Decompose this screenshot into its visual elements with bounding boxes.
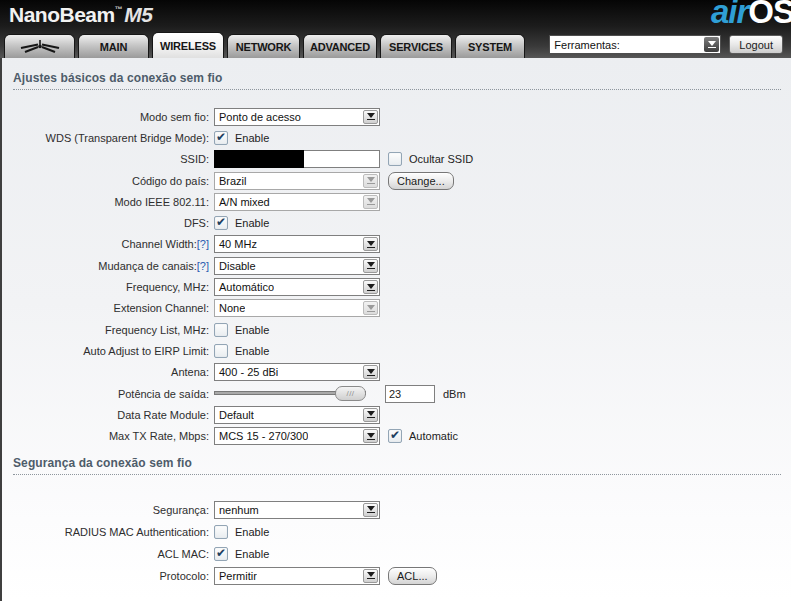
slider-handle[interactable] bbox=[335, 386, 366, 401]
frequency-label: Frequency, MHz: bbox=[13, 281, 214, 293]
country-code-label: Código do país: bbox=[13, 175, 214, 187]
row-channel-shifting: Mudança de canais:[?] Disable bbox=[13, 255, 781, 276]
tab-advanced[interactable]: ADVANCED bbox=[303, 34, 377, 58]
antenna-label: Antena: bbox=[13, 366, 214, 378]
security-mode-select[interactable]: nenhum bbox=[214, 501, 380, 519]
extension-channel-select: None bbox=[214, 299, 380, 317]
output-power-input[interactable] bbox=[385, 385, 435, 403]
wds-label: WDS (Transparent Bridge Mode): bbox=[13, 132, 214, 144]
channel-shifting-value: Disable bbox=[215, 260, 256, 272]
tab-services[interactable]: SERVICES bbox=[380, 34, 452, 58]
tab-network[interactable]: NETWORK bbox=[227, 34, 300, 58]
tab-label: NETWORK bbox=[236, 41, 291, 53]
channel-shifting-label: Mudança de canais:[?] bbox=[13, 260, 214, 272]
ubiquiti-logo-icon bbox=[19, 39, 61, 54]
channel-shifting-select[interactable]: Disable bbox=[214, 257, 380, 275]
airos-logo-os: OS bbox=[748, 0, 791, 30]
channel-width-value: 40 MHz bbox=[215, 238, 257, 250]
chevron-down-icon bbox=[363, 280, 378, 294]
chevron-down-icon bbox=[704, 37, 719, 52]
logout-button[interactable]: Logout bbox=[729, 35, 783, 54]
frequency-value: Automático bbox=[215, 281, 274, 293]
data-rate-module-label: Data Rate Module: bbox=[13, 409, 214, 421]
frequency-list-enable-label: Enable bbox=[235, 324, 269, 336]
radius-mac-enable-label: Enable bbox=[235, 526, 269, 538]
channel-width-help-link[interactable]: [?] bbox=[197, 238, 209, 250]
row-country-code: Código do país: Brazil Change... bbox=[13, 170, 781, 191]
dfs-checkbox[interactable] bbox=[214, 216, 228, 230]
protocol-value: Permitir bbox=[215, 570, 257, 582]
brand-model: M5 bbox=[124, 3, 152, 26]
acl-mac-enable-label: Enable bbox=[235, 548, 269, 560]
max-tx-rate-label: Max TX Rate, Mbps: bbox=[13, 430, 214, 442]
tab-bar: MAIN WIRELESS NETWORK ADVANCED SERVICES … bbox=[4, 32, 525, 58]
row-eirp: Auto Adjust to EIRP Limit: Enable bbox=[13, 340, 781, 361]
eirp-label: Auto Adjust to EIRP Limit: bbox=[13, 345, 214, 357]
row-output-power: Potência de saída: dBm bbox=[13, 383, 781, 404]
tab-label: ADVANCED bbox=[310, 41, 370, 53]
tab-label: SERVICES bbox=[389, 41, 443, 53]
radius-mac-checkbox[interactable] bbox=[214, 525, 228, 539]
acl-button[interactable]: ACL... bbox=[388, 567, 437, 585]
tab-home[interactable] bbox=[4, 34, 75, 58]
tools-select[interactable]: Ferramentas: bbox=[549, 35, 721, 54]
ssid-label: SSID: bbox=[13, 153, 214, 165]
chevron-down-icon bbox=[363, 237, 378, 251]
change-country-button[interactable]: Change... bbox=[388, 172, 454, 190]
wireless-settings-panel: Ajustes básicos da conexão sem fio Modo … bbox=[0, 58, 791, 601]
automatic-rate-label: Automatic bbox=[409, 430, 458, 442]
row-max-tx-rate: Max TX Rate, Mbps: MCS 15 - 270/300 Auto… bbox=[13, 425, 781, 446]
chevron-down-icon bbox=[363, 110, 378, 124]
wireless-mode-select[interactable]: Ponto de acesso bbox=[214, 108, 380, 126]
channel-width-select[interactable]: 40 MHz bbox=[214, 235, 380, 253]
frequency-list-checkbox[interactable] bbox=[214, 323, 228, 337]
tab-wireless[interactable]: WIRELESS bbox=[152, 32, 224, 58]
channel-width-label: Channel Width:[?] bbox=[13, 238, 214, 250]
wireless-mode-value: Ponto de acesso bbox=[215, 111, 301, 123]
wds-enable-label: Enable bbox=[235, 132, 269, 144]
chevron-down-icon bbox=[363, 365, 378, 379]
row-security-mode: Segurança: nenhum bbox=[13, 499, 781, 521]
output-power-slider[interactable] bbox=[214, 386, 366, 401]
automatic-rate-checkbox[interactable] bbox=[388, 429, 402, 443]
row-radius-mac: RADIUS MAC Authentication: Enable bbox=[13, 521, 781, 543]
wds-checkbox[interactable] bbox=[214, 131, 228, 145]
airos-logo-air: air bbox=[711, 0, 748, 30]
frequency-select[interactable]: Automático bbox=[214, 278, 380, 296]
chevron-down-icon bbox=[363, 569, 378, 583]
row-channel-width: Channel Width:[?] 40 MHz bbox=[13, 234, 781, 255]
output-power-unit: dBm bbox=[443, 388, 466, 400]
hide-ssid-checkbox[interactable] bbox=[388, 152, 402, 166]
trademark-symbol: ™ bbox=[115, 5, 123, 14]
row-antenna: Antena: 400 - 25 dBi bbox=[13, 362, 781, 383]
data-rate-module-select[interactable]: Default bbox=[214, 406, 380, 424]
row-frequency-list: Frequency List, MHz: Enable bbox=[13, 319, 781, 340]
tab-label: WIRELESS bbox=[160, 40, 216, 52]
dfs-enable-label: Enable bbox=[235, 217, 269, 229]
max-tx-rate-select[interactable]: MCS 15 - 270/300 bbox=[214, 427, 380, 445]
chevron-down-icon bbox=[363, 301, 378, 315]
extension-channel-label: Extension Channel: bbox=[13, 302, 214, 314]
country-code-select: Brazil bbox=[214, 172, 380, 190]
protocol-select[interactable]: Permitir bbox=[214, 567, 380, 585]
chevron-down-icon bbox=[363, 259, 378, 273]
chevron-down-icon bbox=[363, 408, 378, 422]
chevron-down-icon bbox=[363, 174, 378, 188]
channel-shifting-help-link[interactable]: [?] bbox=[197, 260, 209, 272]
brand-name: NanoBeam bbox=[9, 3, 115, 26]
row-frequency: Frequency, MHz: Automático bbox=[13, 276, 781, 297]
chevron-down-icon bbox=[363, 195, 378, 209]
acl-mac-checkbox[interactable] bbox=[214, 547, 228, 561]
ieee-mode-select: A/N mixed bbox=[214, 193, 380, 211]
row-data-rate-module: Data Rate Module: Default bbox=[13, 404, 781, 425]
ieee-mode-label: Modo IEEE 802.11: bbox=[13, 196, 214, 208]
ssid-input[interactable] bbox=[214, 150, 380, 168]
tab-main[interactable]: MAIN bbox=[78, 34, 149, 58]
row-ieee-mode: Modo IEEE 802.11: A/N mixed bbox=[13, 191, 781, 212]
eirp-checkbox[interactable] bbox=[214, 344, 228, 358]
security-mode-label: Segurança: bbox=[13, 504, 214, 516]
row-extension-channel: Extension Channel: None bbox=[13, 298, 781, 319]
antenna-select[interactable]: 400 - 25 dBi bbox=[214, 363, 380, 381]
security-section-title: Segurança da conexão sem fio bbox=[13, 456, 781, 475]
tab-system[interactable]: SYSTEM bbox=[455, 34, 525, 58]
